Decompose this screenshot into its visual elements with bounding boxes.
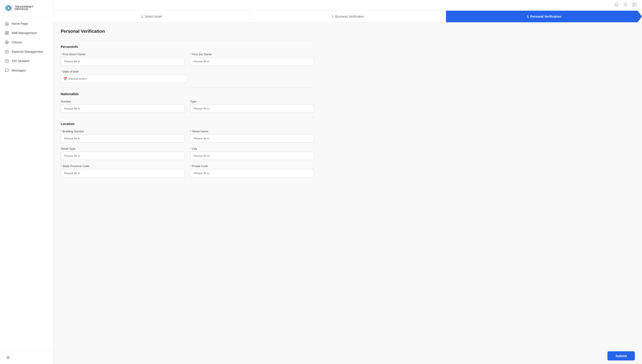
svg-point-15 (625, 3, 626, 5)
city-group: *City (190, 147, 314, 160)
first-sur-name-label: *First Sur Name (190, 52, 314, 56)
grid-icon (5, 31, 9, 35)
dob-input-wrapper: 📅 (61, 75, 187, 83)
national-ids-section-title: NationalIds (61, 92, 314, 96)
building-number-input[interactable] (61, 134, 185, 142)
building-required: * (61, 130, 62, 133)
state-postal-row: *State Province Code *Postal Code (61, 164, 314, 177)
svg-rect-6 (5, 34, 7, 34)
first-sur-name-group: *First Sur Name (190, 52, 314, 66)
national-id-type-group: Type (190, 100, 314, 113)
calendar-icon: 📅 (63, 77, 67, 81)
state-province-group: *State Province Code (61, 164, 185, 177)
main-content: 1. Select Asset 2. Business Verification… (54, 0, 642, 364)
svg-rect-4 (5, 32, 7, 32)
first-given-name-input[interactable] (61, 57, 185, 66)
sidebar-item-expense-label: Expense Management (12, 50, 43, 54)
location-divider (61, 117, 314, 118)
content-area: 1. Select Asset 2. Business Verification… (54, 11, 642, 364)
dob-row: *Date of Birth 📅 (61, 70, 187, 83)
settings-icon[interactable] (632, 2, 637, 8)
street-type-city-row: Street Type *City (61, 147, 314, 160)
first-given-name-label: *First Given Name (61, 52, 185, 56)
postal-code-input[interactable] (190, 169, 314, 177)
sidebar-item-volume[interactable]: Volume (0, 38, 53, 47)
date-of-birth-input[interactable] (61, 75, 187, 83)
postal-code-label: *Postal Code (190, 164, 314, 168)
sidebar-footer (0, 352, 53, 364)
first-sur-name-required: * (190, 52, 191, 56)
logo-icon (5, 4, 13, 12)
date-of-birth-group: *Date of Birth 📅 (61, 70, 187, 83)
submit-bar: Submit (600, 348, 642, 364)
logo-text: TREASURENET PROTOCOL (15, 6, 34, 10)
menu-icon (6, 355, 10, 360)
national-id-number-group: Number (61, 100, 185, 113)
dob-required: * (61, 70, 62, 73)
step-select-asset[interactable]: 1. Select Asset (54, 11, 250, 22)
svg-rect-5 (7, 32, 9, 32)
sidebar-item-home-label: Home Page (12, 22, 28, 26)
sidebar-item-messages-label: Messages (12, 68, 26, 72)
state-required: * (61, 164, 62, 168)
building-street-row: *Building Number *Street Name (61, 130, 314, 142)
city-label: *City (190, 147, 314, 150)
state-province-input[interactable] (61, 169, 185, 177)
user-icon[interactable] (623, 2, 628, 8)
national-id-type-label: Type (190, 100, 314, 103)
name-row: *First Given Name *First Sur Name (61, 52, 314, 66)
sidebar: TREASURENET PROTOCOL Home Page Well Mana… (0, 0, 54, 364)
topbar (54, 0, 642, 11)
street-name-group: *Street Name (190, 130, 314, 142)
messages-icon (5, 68, 9, 72)
city-required: * (190, 147, 191, 150)
state-province-label: *State Province Code (61, 164, 185, 168)
first-given-name-group: *First Given Name (61, 52, 185, 66)
first-sur-name-input[interactable] (190, 57, 314, 66)
location-section-title: Location (61, 122, 314, 126)
sidebar-item-tat[interactable]: TAT Detailed (0, 56, 53, 66)
svg-rect-7 (7, 34, 9, 34)
sidebar-item-home[interactable]: Home Page (0, 19, 53, 28)
street-type-group: Street Type (61, 147, 185, 160)
national-id-number-label: Number (61, 100, 185, 103)
postal-required: * (190, 164, 191, 168)
home-icon (5, 22, 9, 26)
postal-code-group: *Postal Code (190, 164, 314, 177)
svg-point-3 (8, 7, 9, 9)
form-area: Personal Verification PersonInfo *First … (54, 22, 321, 206)
sidebar-item-tat-label: TAT Detailed (12, 59, 29, 63)
volume-icon (5, 40, 9, 44)
person-info-divider (61, 40, 314, 40)
sidebar-item-well[interactable]: Well Management (0, 28, 53, 38)
street-name-label: *Street Name (190, 130, 314, 133)
street-name-required: * (190, 130, 191, 133)
stepper: 1. Select Asset 2. Business Verification… (54, 11, 642, 22)
notification-icon[interactable] (614, 2, 619, 8)
nav-list: Home Page Well Management Volume Expense… (0, 16, 53, 352)
national-ids-row: Number Type (61, 100, 314, 113)
building-number-group: *Building Number (61, 130, 185, 142)
sidebar-item-volume-label: Volume (12, 40, 22, 44)
sidebar-item-well-label: Well Management (12, 31, 37, 35)
page-title: Personal Verification (61, 29, 314, 34)
building-number-label: *Building Number (61, 130, 185, 133)
clock-icon (5, 59, 9, 63)
national-id-type-input[interactable] (190, 104, 314, 113)
street-type-input[interactable] (61, 152, 185, 160)
city-input[interactable] (190, 152, 314, 160)
sidebar-item-messages[interactable]: Messages (0, 66, 53, 75)
date-of-birth-label: *Date of Birth (61, 70, 187, 73)
expense-icon (5, 50, 9, 54)
street-name-input[interactable] (190, 134, 314, 142)
national-id-number-input[interactable] (61, 104, 185, 113)
submit-button[interactable]: Submit (607, 351, 635, 360)
national-ids-divider (61, 87, 314, 88)
step-business-verification[interactable]: 2. Business Verification (250, 11, 446, 22)
sidebar-item-expense[interactable]: Expense Management (0, 47, 53, 56)
first-given-name-required: * (61, 52, 62, 56)
logo-area: TREASURENET PROTOCOL (0, 0, 53, 16)
step-personal-verification[interactable]: 3. Personal Verification (446, 11, 642, 22)
street-type-label: Street Type (61, 147, 185, 150)
menu-toggle-button[interactable] (5, 354, 11, 361)
